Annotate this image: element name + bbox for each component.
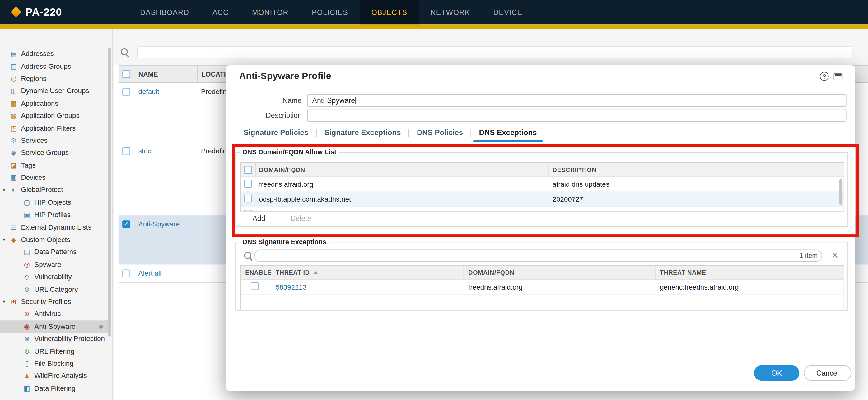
ok-button[interactable]: OK: [754, 365, 799, 381]
sidebar-item-hip-objects[interactable]: ▾ ▢ HIP Objects: [0, 196, 108, 209]
sidebar-item-external-dynamic-lists[interactable]: ▾ ☰ External Dynamic Lists: [0, 221, 108, 234]
expand-chevron-icon[interactable]: ▾: [0, 187, 9, 193]
item-label: Devices: [21, 174, 46, 182]
nav-item-dashboard[interactable]: DASHBOARD: [128, 0, 201, 24]
sidebar-item-application-groups[interactable]: ▾ ▩ Application Groups: [0, 110, 108, 122]
sidebar-item-regions[interactable]: ▾ ◍ Regions: [0, 72, 108, 85]
column-header-domain-fqdn[interactable]: DOMAIN/FQDN: [464, 266, 655, 279]
allow-list-row[interactable]: freedns.afraid.org afraid dns updates: [241, 177, 844, 192]
item-icon: ◆: [9, 236, 18, 244]
exceptions-section-title: DNS Signature Exceptions: [240, 238, 329, 246]
profile-name-input[interactable]: Anti-Spyware: [307, 94, 846, 107]
column-header-domain-fqdn[interactable]: DOMAIN/FQDN: [256, 163, 549, 176]
threat-id-link[interactable]: 58392213: [276, 283, 306, 291]
tab-separator: [471, 129, 471, 137]
profile-name-link[interactable]: strict: [138, 147, 153, 155]
sidebar-item-security-profiles[interactable]: ▾ ⊞ Security Profiles: [0, 296, 108, 308]
sidebar-item-tags[interactable]: ▾ ◪ Tags: [0, 159, 108, 172]
sidebar-scrollbar[interactable]: [108, 48, 112, 337]
dialog-tabs: Signature PoliciesSignature ExceptionsDN…: [238, 127, 542, 142]
clear-search-icon[interactable]: ✕: [831, 250, 839, 261]
tab-separator: [408, 129, 409, 137]
select-all-checkbox[interactable]: [122, 70, 130, 78]
sidebar-item-data-patterns[interactable]: ▾ ▤ Data Patterns: [0, 246, 108, 258]
row-checkbox[interactable]: [122, 88, 130, 96]
tab-dns-exceptions[interactable]: DNS Exceptions: [473, 128, 542, 142]
row-checkbox[interactable]: [244, 209, 252, 211]
sidebar-item-vulnerability[interactable]: ▾ ◇ Vulnerability: [0, 271, 108, 283]
row-checkbox[interactable]: [244, 180, 252, 187]
column-header-name[interactable]: NAME: [138, 66, 197, 83]
objects-search-input[interactable]: [137, 47, 852, 58]
nav-item-acc[interactable]: ACC: [201, 0, 240, 24]
column-header-threat-id[interactable]: THREAT ID: [271, 266, 464, 279]
allow-list-row-partial[interactable]: [241, 207, 844, 211]
row-checkbox[interactable]: [122, 147, 130, 155]
name-label: Name: [226, 94, 307, 107]
sidebar-item-applications[interactable]: ▾ ▦ Applications: [0, 97, 108, 110]
sidebar-item-antivirus[interactable]: ▾ ⊕ Antivirus: [0, 308, 108, 320]
allow-list-row[interactable]: ocsp-lb.apple.com.akadns.net 20200727: [241, 192, 844, 207]
delete-button[interactable]: Delete: [290, 214, 311, 223]
sidebar-item-service-groups[interactable]: ▾ ◈ Service Groups: [0, 147, 108, 159]
tab-signature-exceptions[interactable]: Signature Exceptions: [319, 128, 406, 142]
help-icon[interactable]: ?: [820, 72, 829, 81]
cancel-button[interactable]: Cancel: [804, 365, 851, 381]
tab-signature-policies[interactable]: Signature Policies: [238, 128, 314, 142]
profile-name-link[interactable]: Anti-Spyware: [138, 220, 180, 228]
top-nav-items: DASHBOARDACCMONITORPOLICIESOBJECTSNETWOR…: [128, 0, 534, 24]
row-checkbox[interactable]: [122, 220, 130, 228]
sidebar-item-file-blocking[interactable]: ▾ ▯ File Blocking: [0, 358, 108, 370]
sidebar-item-globalprotect[interactable]: ▾ ◐ GlobalProtect: [0, 184, 108, 196]
tab-dns-policies[interactable]: DNS Policies: [411, 128, 468, 142]
sidebar-item-data-filtering[interactable]: ▾ ◧ Data Filtering: [0, 382, 108, 395]
nav-item-objects[interactable]: OBJECTS: [360, 0, 419, 24]
item-label: Addresses: [21, 50, 54, 58]
nav-item-policies[interactable]: POLICIES: [300, 0, 360, 24]
exception-row[interactable]: 58392213 freedns.afraid.org generic:free…: [241, 280, 844, 295]
sidebar-item-hip-profiles[interactable]: ▾ ▣ HIP Profiles: [0, 209, 108, 221]
sidebar-item-addresses[interactable]: ▾ ▤ Addresses: [0, 48, 108, 60]
allow-list-scrollbar[interactable]: [839, 180, 842, 205]
profile-name-link[interactable]: Alert all: [138, 270, 161, 277]
column-header-description[interactable]: DESCRIPTION: [549, 163, 844, 176]
item-icon: ▩: [9, 112, 18, 120]
exceptions-search-input[interactable]: [254, 249, 822, 261]
row-checkbox[interactable]: [244, 194, 252, 202]
dns-signature-exceptions-section: DNS Signature Exceptions 1 item ✕ ENABLE…: [235, 242, 848, 311]
sidebar-item-url-category[interactable]: ▾ ⊘ URL Category: [0, 283, 108, 296]
expand-chevron-icon[interactable]: ▾: [0, 237, 9, 243]
allow-list-select-all-checkbox[interactable]: [244, 166, 252, 174]
column-header-enable[interactable]: ENABLE: [241, 266, 271, 279]
expand-chevron-icon[interactable]: ▾: [0, 299, 9, 305]
sidebar-item-custom-objects[interactable]: ▾ ◆ Custom Objects: [0, 234, 108, 246]
sidebar-item-devices[interactable]: ▾ ▣ Devices: [0, 172, 108, 184]
sidebar-item-wildfire-analysis[interactable]: ▾ ▲ WildFire Analysis: [0, 370, 108, 382]
profile-name-link[interactable]: default: [138, 88, 159, 96]
profile-description-input[interactable]: [307, 109, 846, 122]
nav-item-device[interactable]: DEVICE: [482, 0, 534, 24]
sidebar-item-services[interactable]: ▾ ⚙ Services: [0, 134, 108, 147]
selected-dot-icon: [99, 325, 103, 329]
item-icon: ▥: [9, 62, 18, 70]
window-panel-icon[interactable]: [834, 73, 842, 80]
enable-checkbox[interactable]: [251, 282, 258, 290]
sidebar-item-address-groups[interactable]: ▾ ▥ Address Groups: [0, 60, 108, 72]
item-label: Service Groups: [21, 149, 69, 157]
sidebar-item-dynamic-user-groups[interactable]: ▾ ◫ Dynamic User Groups: [0, 85, 108, 97]
nav-item-monitor[interactable]: MONITOR: [241, 0, 300, 24]
nav-item-network[interactable]: NETWORK: [419, 0, 482, 24]
sidebar-item-spyware[interactable]: ▾ ◎ Spyware: [0, 258, 108, 271]
column-header-threat-name[interactable]: THREAT NAME: [655, 266, 844, 279]
sidebar-item-application-filters[interactable]: ▾ ◳ Application Filters: [0, 122, 108, 134]
item-icon: ▣: [9, 174, 18, 182]
item-label: WildFire Analysis: [34, 372, 87, 380]
row-checkbox[interactable]: [122, 270, 130, 277]
sidebar-item-vulnerability-protection[interactable]: ▾ ⊗ Vulnerability Protection: [0, 333, 108, 345]
add-button[interactable]: Add: [252, 214, 265, 223]
domain-cell: freedns.afraid.org: [464, 283, 655, 291]
item-icon: ⊘: [23, 285, 31, 293]
sidebar-item-url-filtering[interactable]: ▾ ⊘ URL Filtering: [0, 345, 108, 358]
sidebar-item-anti-spyware[interactable]: ▾ ◉ Anti-Spyware: [0, 320, 108, 333]
item-icon: ◐: [9, 186, 18, 194]
